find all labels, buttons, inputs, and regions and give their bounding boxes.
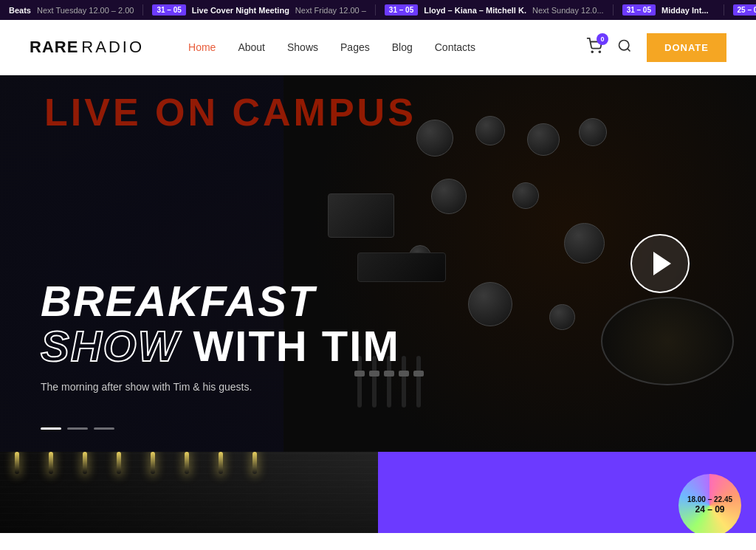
bottom-left-image xyxy=(0,452,378,533)
badge-date: 24 – 09 xyxy=(695,504,724,516)
knob-9 xyxy=(468,282,512,326)
header-actions: 0 DONATE xyxy=(586,33,726,62)
ticker-date-badge-1: 31 – 05 xyxy=(152,4,185,16)
ticker-item-date-2: 31 – 05 Lloyd – Kiana – Mitchell K. Next… xyxy=(376,4,614,16)
cart-badge: 0 xyxy=(597,33,608,45)
nav-item-pages[interactable]: Pages xyxy=(340,41,370,53)
ticker-show-name-3: Lloyd – Kiana – Mitchell K. xyxy=(424,6,526,15)
dot-3[interactable] xyxy=(94,427,114,430)
knob-1 xyxy=(416,120,453,157)
hero-title-line1: BREAKFAST xyxy=(41,279,400,324)
ticker-show-time-3: Next Sunday 12.0... xyxy=(532,6,604,15)
ticker-date-badge-4: 25 – 06 xyxy=(733,4,756,16)
ticker-show-time-1: Next Tuesday 12.00 – 2.00 xyxy=(37,6,134,15)
event-badge: 18.00 – 22.45 24 – 09 xyxy=(678,474,741,533)
svg-point-0 xyxy=(591,51,593,52)
ceil-light-7 xyxy=(219,452,223,474)
nav-item-home[interactable]: Home xyxy=(188,41,216,53)
donate-button[interactable]: DONATE xyxy=(647,33,726,62)
ticker-bar: Beats Next Tuesday 12.00 – 2.00 31 – 05 … xyxy=(0,0,756,20)
hero-content: BREAKFAST SHOW WITH TIM The morning afte… xyxy=(41,279,400,393)
nav-item-blog[interactable]: Blog xyxy=(392,41,413,53)
nav-item-shows[interactable]: Shows xyxy=(287,41,318,53)
dot-1[interactable] xyxy=(41,427,61,430)
nav-item-about[interactable]: About xyxy=(238,41,265,53)
hero-subtitle: The morning after show with Tim & his gu… xyxy=(41,381,400,393)
ceiling-lights xyxy=(0,452,378,484)
dot-2[interactable] xyxy=(67,427,88,430)
ticker-date-badge-3: 31 – 05 xyxy=(622,4,656,16)
ceil-light-5 xyxy=(151,452,155,474)
svg-line-3 xyxy=(628,49,630,52)
knob-2 xyxy=(475,116,505,145)
fader-5 xyxy=(416,356,421,408)
badge-time: 18.00 – 22.45 xyxy=(687,495,732,504)
ceil-light-3 xyxy=(83,452,87,474)
ticker-show-name-4: Midday Int... xyxy=(662,6,709,15)
turntable xyxy=(601,297,734,385)
ticker-item-date-1: 31 – 05 Live Cover Night Meeting Next Fr… xyxy=(143,4,375,16)
fader-4 xyxy=(402,356,406,408)
ticker-show-name-1: Beats xyxy=(9,6,31,15)
ticker-item-date-4: 25 – 06 xyxy=(724,4,756,16)
knob-3 xyxy=(527,123,560,156)
logo-radio: RADIO xyxy=(81,38,144,57)
header: RARE RADIO Home About Shows Pages Blog C… xyxy=(0,20,756,75)
bottom-strip: 18.00 – 22.45 24 – 09 xyxy=(0,452,756,533)
equipment-block-2 xyxy=(357,252,446,282)
ceil-light-2 xyxy=(49,452,53,474)
bottom-left-panel xyxy=(0,452,378,533)
knob-6 xyxy=(512,182,539,209)
svg-point-2 xyxy=(619,41,629,50)
hero-title-line2: SHOW WITH TIM xyxy=(41,324,400,369)
ticker-item-date-3: 31 – 05 Midday Int... xyxy=(614,4,724,16)
nav-item-contacts[interactable]: Contacts xyxy=(435,41,475,53)
logo[interactable]: RARE RADIO xyxy=(30,38,144,57)
svg-point-1 xyxy=(599,51,600,52)
ceil-light-1 xyxy=(15,452,19,474)
ticker-show-name-2: Live Cover Night Meeting xyxy=(192,6,289,15)
ticker-inner: Beats Next Tuesday 12.00 – 2.00 31 – 05 … xyxy=(0,4,756,16)
search-icon[interactable] xyxy=(617,38,632,56)
hero-title-outline: SHOW xyxy=(41,322,179,370)
ticker-item-1: Beats Next Tuesday 12.00 – 2.00 xyxy=(0,4,143,16)
equipment-block-1 xyxy=(328,193,394,238)
knob-4 xyxy=(579,118,607,146)
ticker-date-badge-2: 31 – 05 xyxy=(385,4,418,16)
knob-5 xyxy=(431,179,467,214)
ceil-light-4 xyxy=(117,452,121,474)
play-button[interactable] xyxy=(630,234,690,293)
hero-title-solid: WITH TIM xyxy=(193,322,400,370)
bottom-right-panel: 18.00 – 22.45 24 – 09 xyxy=(378,452,756,533)
logo-rare: RARE xyxy=(30,38,78,57)
knob-10 xyxy=(549,304,575,330)
main-nav: Home About Shows Pages Blog Contacts xyxy=(188,41,586,53)
slider-dots xyxy=(41,427,114,430)
cart-icon[interactable]: 0 xyxy=(586,38,602,57)
ceil-light-6 xyxy=(185,452,189,474)
knob-7 xyxy=(564,223,605,264)
hero-section: LIVE ON CAMPUS BREAKFAST SHOW WITH TIM T… xyxy=(0,75,756,452)
ceil-light-8 xyxy=(252,452,257,474)
live-on-campus-text: LIVE ON CAMPUS xyxy=(44,90,416,134)
ticker-show-time-2: Next Friday 12.00 – xyxy=(295,6,366,15)
